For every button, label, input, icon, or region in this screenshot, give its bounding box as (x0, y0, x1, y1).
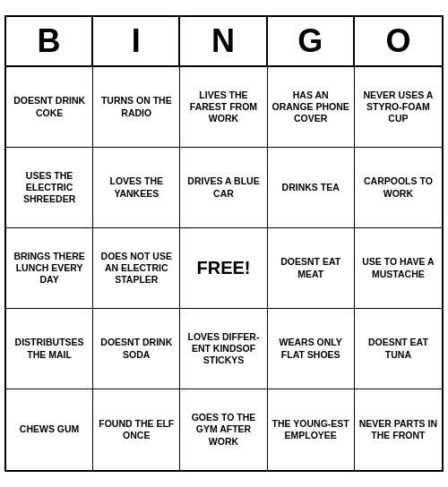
bingo-cell-2[interactable]: LIVES THE FAREST FROM WORK (180, 67, 267, 148)
bingo-cell-12[interactable]: FREE! (180, 228, 267, 309)
bingo-cell-9[interactable]: CARPOOLS TO WORK (355, 148, 442, 228)
header-letter-n: N (180, 17, 267, 65)
bingo-cell-8[interactable]: DRINKS TEA (268, 148, 355, 228)
bingo-cell-16[interactable]: DOESNT DRINK SODA (93, 309, 180, 389)
bingo-cell-22[interactable]: GOES TO THE GYM AFTER WORK (180, 389, 267, 470)
bingo-cell-7[interactable]: DRIVES A BLUE CAR (180, 148, 267, 228)
bingo-cell-1[interactable]: TURNS ON THE RADIO (93, 67, 180, 148)
bingo-cell-19[interactable]: DOESNT EAT TUNA (355, 309, 442, 389)
bingo-cell-4[interactable]: NEVER USES A STYRO-FOAM CUP (355, 67, 442, 148)
bingo-cell-21[interactable]: FOUND THE ELF ONCE (93, 389, 180, 470)
header-letter-i: I (93, 17, 180, 65)
bingo-cell-0[interactable]: DOESNT DRINK COKE (6, 67, 93, 148)
bingo-cell-18[interactable]: WEARS ONLY FLAT SHOES (268, 309, 355, 389)
bingo-cell-24[interactable]: NEVER PARTS IN THE FRONT (355, 389, 442, 470)
bingo-cell-14[interactable]: USE TO HAVE A MUSTACHE (355, 228, 442, 309)
bingo-cell-13[interactable]: DOESNT EAT MEAT (268, 228, 355, 309)
bingo-cell-6[interactable]: LOVES THE YANKEES (93, 148, 180, 228)
bingo-cell-15[interactable]: DISTRIBUTSES THE MAIL (6, 309, 93, 389)
header-letter-o: O (355, 17, 442, 65)
bingo-header: BINGO (6, 17, 442, 67)
bingo-cell-3[interactable]: HAS AN ORANGE PHONE COVER (268, 67, 355, 148)
header-letter-b: B (6, 17, 93, 65)
bingo-cell-11[interactable]: DOES NOT USE AN ELECTRIC STAPLER (93, 228, 180, 309)
header-letter-g: G (268, 17, 355, 65)
bingo-cell-5[interactable]: USES THE ELECTRIC SHREEDER (6, 148, 93, 228)
bingo-grid: DOESNT DRINK COKETURNS ON THE RADIOLIVES… (6, 67, 442, 470)
bingo-cell-23[interactable]: THE YOUNG-EST EMPLOYEE (268, 389, 355, 470)
bingo-cell-20[interactable]: CHEWS GUM (6, 389, 93, 470)
bingo-cell-10[interactable]: BRINGS THERE LUNCH EVERY DAY (6, 228, 93, 309)
bingo-card: BINGO DOESNT DRINK COKETURNS ON THE RADI… (4, 15, 444, 472)
bingo-cell-17[interactable]: LOVES DIFFER-ENT KINDSOF STICKYS (180, 309, 267, 389)
